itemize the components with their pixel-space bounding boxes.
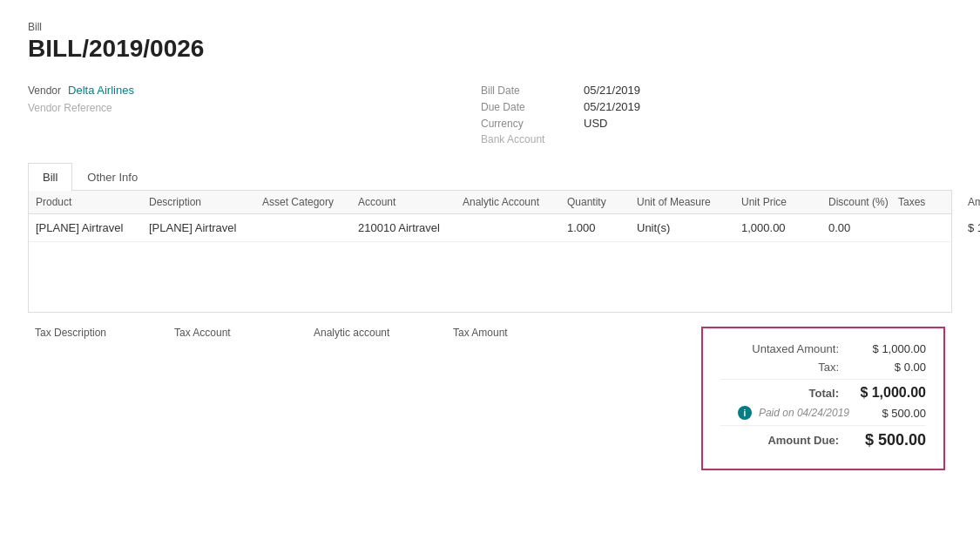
bill-date-value: 05/21/2019: [584, 84, 640, 97]
cell-account: 210010 Airtravel: [358, 221, 463, 234]
bank-account-label: Bank Account: [481, 133, 577, 145]
bottom-section: Tax Description Tax Account Analytic acc…: [28, 327, 952, 470]
summary-box: Untaxed Amount: $ 1,000.00 Tax: $ 0.00 T…: [701, 327, 945, 470]
untaxed-label: Untaxed Amount:: [720, 342, 839, 355]
vendor-ref-label: Vendor Reference: [28, 102, 112, 114]
bill-label: Bill: [28, 21, 952, 33]
currency-label: Currency: [481, 118, 577, 130]
amount-due-label: Amount Due:: [720, 434, 839, 447]
currency-value: USD: [584, 117, 607, 130]
header-quantity: Quantity: [567, 196, 637, 208]
total-value: $ 1,000.00: [856, 385, 926, 401]
vendor-value[interactable]: Delta Airlines: [68, 84, 134, 97]
untaxed-amount-row: Untaxed Amount: $ 1,000.00: [720, 342, 926, 355]
vendor-label: Vendor: [28, 84, 61, 97]
header-amount: Amount: [968, 196, 980, 208]
header-taxes: Taxes: [898, 196, 968, 208]
info-icon: i: [738, 406, 752, 420]
header-account: Account: [358, 196, 463, 208]
tax-row: Tax: $ 0.00: [720, 361, 926, 374]
cell-description: [PLANE] Airtravel: [149, 221, 262, 234]
empty-rows-area: [29, 242, 951, 312]
cell-discount: 0.00: [828, 221, 898, 234]
cell-unit-price: 1,000.00: [741, 221, 828, 234]
cell-product: [PLANE] Airtravel: [36, 221, 149, 234]
header-unit-price: Unit Price: [741, 196, 828, 208]
tax-headers: Tax Description Tax Account Analytic acc…: [35, 327, 592, 339]
tax-header-account: Tax Account: [174, 327, 314, 339]
header-unit-of-measure: Unit of Measure: [637, 196, 741, 208]
cell-unit-of-measure: Unit(s): [637, 221, 741, 234]
header-description: Description: [149, 196, 262, 208]
table-headers: Product Description Asset Category Accou…: [29, 191, 951, 214]
amount-due-row: Amount Due: $ 500.00: [720, 431, 926, 449]
tax-header-description: Tax Description: [35, 327, 174, 339]
tax-header-amount: Tax Amount: [453, 327, 592, 339]
header-product: Product: [36, 196, 149, 208]
total-label: Total:: [720, 387, 839, 400]
tax-value: $ 0.00: [856, 361, 926, 374]
total-row: Total: $ 1,000.00: [720, 385, 926, 401]
header-analytic-account: Analytic Account: [463, 196, 567, 208]
paid-text: Paid on 04/24/2019: [759, 407, 849, 419]
bill-table: Product Description Asset Category Accou…: [28, 191, 952, 313]
due-date-value: 05/21/2019: [584, 100, 640, 113]
paid-row: i Paid on 04/24/2019 $ 500.00: [720, 406, 926, 420]
tab-bill[interactable]: Bill: [28, 163, 72, 191]
due-date-label: Due Date: [481, 101, 577, 113]
tab-other-info[interactable]: Other Info: [72, 163, 152, 191]
paid-value: $ 500.00: [856, 407, 926, 420]
amount-due-value: $ 500.00: [856, 431, 926, 449]
tabs-container: Bill Other Info: [28, 163, 952, 191]
tax-header-analytic: Analytic account: [314, 327, 453, 339]
cell-quantity: 1.000: [567, 221, 637, 234]
untaxed-value: $ 1,000.00: [856, 342, 926, 355]
tax-section: Tax Description Tax Account Analytic acc…: [35, 327, 592, 346]
tax-label: Tax:: [720, 361, 839, 374]
bill-title: BILL/2019/0026: [28, 35, 952, 63]
table-row[interactable]: [PLANE] Airtravel [PLANE] Airtravel 2100…: [29, 214, 951, 242]
header-discount: Discount (%): [828, 196, 898, 208]
bill-date-label: Bill Date: [481, 84, 577, 97]
cell-amount: $ 1,000.00: [968, 221, 980, 234]
header-asset-category: Asset Category: [262, 196, 358, 208]
